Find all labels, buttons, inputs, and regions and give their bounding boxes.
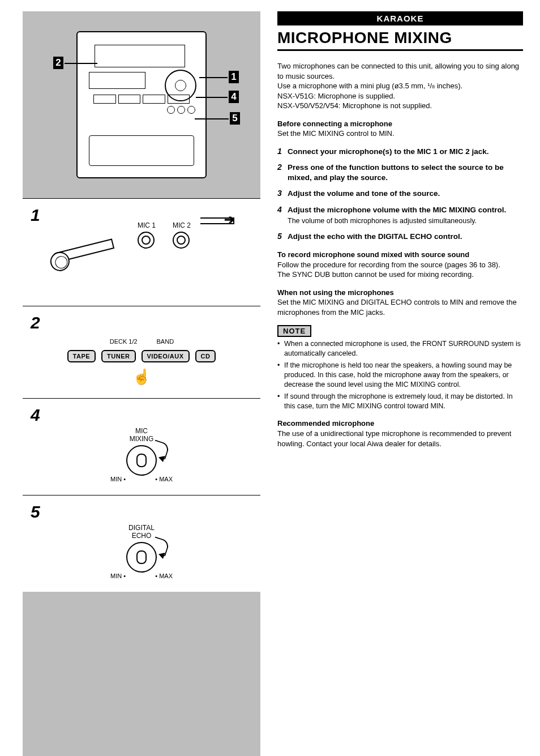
echo-label: ECHO bbox=[31, 532, 252, 540]
step-5-panel: 5 DIGITAL ECHO MIN • • MAX bbox=[23, 495, 260, 592]
min-label: MIN • bbox=[110, 573, 126, 579]
record-section: To record microphone sound mixed with so… bbox=[277, 250, 523, 280]
max-label: • MAX bbox=[155, 476, 173, 482]
microphone-icon bbox=[51, 233, 136, 272]
callout-4: 4 bbox=[229, 91, 239, 103]
mic1-label: MIC 1 bbox=[138, 221, 156, 229]
callout-2: 2 bbox=[53, 57, 63, 69]
before-connecting: Before connecting a microphone Set the M… bbox=[277, 119, 523, 139]
video-aux-button: VIDEO/AUX bbox=[142, 350, 190, 362]
panel-number: 5 bbox=[31, 502, 252, 522]
step-1-panel: 1 MIC 1 MIC 2 ➔ bbox=[23, 198, 260, 306]
deck-label: DECK 1/2 bbox=[101, 338, 146, 345]
callout-1: 1 bbox=[229, 71, 239, 83]
mic-mixing-label: MIC bbox=[31, 427, 252, 435]
note-label: NOTE bbox=[277, 325, 311, 337]
hand-pointer-icon: ☝ bbox=[132, 368, 151, 386]
panel-number: 2 bbox=[31, 313, 252, 332]
not-using-section: When not using the microphones Set the M… bbox=[277, 288, 523, 318]
min-label: MIN • bbox=[110, 476, 126, 482]
step-4-panel: 4 MIC MIXING MIN • • MAX bbox=[23, 398, 260, 495]
digital-label: DIGITAL bbox=[31, 524, 252, 532]
panel-number: 4 bbox=[31, 405, 252, 425]
stereo-illustration bbox=[76, 31, 207, 178]
step-2-panel: 2 DECK 1/2 BAND TAPE TUNER VIDEO/AUX CD … bbox=[23, 306, 260, 398]
callout-5: 5 bbox=[230, 112, 240, 125]
digital-echo-knob-icon bbox=[126, 542, 157, 573]
mic1-jack-icon bbox=[138, 232, 155, 249]
max-label: • MAX bbox=[155, 573, 173, 579]
band-label: BAND bbox=[148, 338, 182, 345]
recommended-section: Recommended microphone The use of a unid… bbox=[277, 418, 523, 449]
bottom-gray-fill bbox=[23, 592, 260, 756]
mic2-label: MIC 2 bbox=[173, 221, 191, 229]
overview-diagram: 2 1 4 5 bbox=[23, 11, 260, 198]
mic2-jack-icon bbox=[173, 232, 190, 249]
page-title: MICROPHONE MIXING bbox=[277, 29, 523, 51]
steps-list: 1Connect your microphone(s) to the MIC 1… bbox=[277, 147, 523, 242]
intro-text: Two microphones can be connected to this… bbox=[277, 61, 523, 111]
tuner-button: TUNER bbox=[101, 350, 135, 362]
category-bar: KARAOKE bbox=[277, 11, 523, 25]
cd-button: CD bbox=[195, 350, 216, 362]
mic-mixing-knob-icon bbox=[126, 445, 157, 476]
tape-button: TAPE bbox=[67, 350, 96, 362]
arrow-icon: ➔ bbox=[224, 212, 234, 227]
mic-mixing-label2: MIXING bbox=[31, 435, 252, 443]
note-bullets: When a connected microphone is used, the… bbox=[277, 339, 523, 411]
